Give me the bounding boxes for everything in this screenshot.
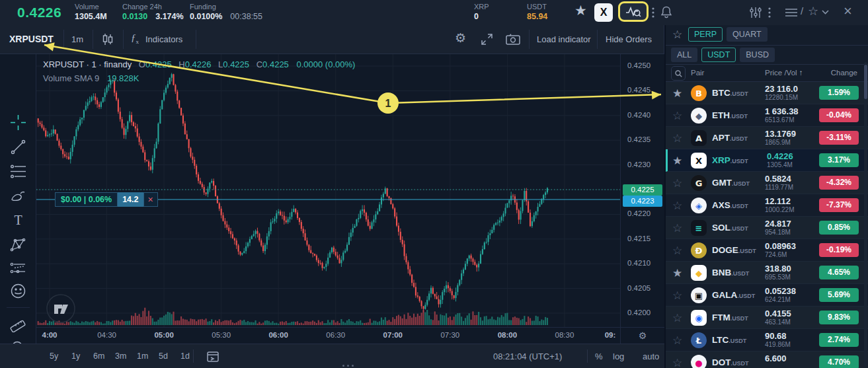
favorite-star-icon[interactable]: ☆ [672,311,682,325]
watchlist-row-gmt[interactable]: ☆GGMT.USDT0.58241119.77M-4.32% [666,172,868,194]
tab-quart[interactable]: QUART [727,27,768,42]
time-tick: 04:30 [97,331,116,339]
price-tick: 0.4220 [627,209,651,217]
interval-button[interactable]: 1m [71,34,83,44]
indicators-button[interactable]: Indicators [145,34,182,44]
favorite-star-icon[interactable]: ☆ [672,356,682,368]
watchlist-row-ltc[interactable]: ☆ŁLTC.USDT90.68419.86M2.74% [666,329,868,351]
ltc-coin-icon: Ł [691,332,707,348]
column-pair[interactable]: Pair [691,69,704,77]
price-tick: 0.4245 [627,86,651,94]
bnb-coin-icon: ◆ [691,265,707,281]
scrollbar-thumb[interactable] [864,65,867,99]
range-button-5y[interactable]: 5y [46,350,61,362]
favorite-star-icon[interactable]: ★ [672,87,682,100]
symbol-button[interactable]: XRPUSDT [9,34,54,44]
scale-option-auto[interactable]: auto [643,351,659,361]
clock-utc[interactable]: 08:21:04 (UTC+1) [493,351,562,361]
pulse-search-icon [625,6,641,18]
favorite-star-icon[interactable]: ☆ [672,221,682,235]
favorites-filter-star-icon[interactable]: ☆ [672,28,682,42]
favorite-star-icon[interactable]: ★ [672,154,682,168]
text-tool-icon[interactable]: T [9,211,27,229]
column-change[interactable]: Change [831,69,857,77]
favorite-star-icon[interactable]: ☆ [672,289,682,303]
brush-tool-icon[interactable] [9,187,27,205]
layout-list-icon[interactable] [785,8,797,17]
change-badge: -0.19% [819,243,859,257]
favorite-star-icon[interactable]: ☆ [672,176,682,190]
tab-perp[interactable]: PERP [688,27,723,42]
range-button-1d[interactable]: 1d [177,350,193,362]
range-button-5d[interactable]: 5d [155,350,171,362]
funding-label: Funding [190,3,262,11]
trend-line-tool-icon[interactable] [9,138,27,156]
tab-all[interactable]: ALL [671,48,697,62]
fib-retracement-tool-icon[interactable] [9,163,27,180]
chevron-down-icon[interactable] [822,10,829,15]
watchlist-row-apt[interactable]: ☆AAPT.USDT13.17691865.9M-3.11% [666,127,868,149]
axis-settings-gear-icon[interactable]: ⚙ [620,327,664,344]
scale-option-%[interactable]: % [595,351,603,361]
time-axis[interactable]: 4:0004:3005:0005:3006:0006:3007:0007:300… [36,327,620,344]
candle-style-icon[interactable] [101,34,114,46]
favorite-star-icon[interactable]: ☆ [672,199,682,213]
favorite-star-icon[interactable]: ☆ [672,334,682,348]
close-icon[interactable]: × [844,3,852,20]
watchlist-row-gala[interactable]: ☆▣GALA.USDT0.05238624.21M5.69% [666,284,868,307]
favorite-star-icon[interactable]: ☆ [672,131,682,145]
go-to-date-icon[interactable] [206,351,219,363]
scale-option-log[interactable]: log [613,351,624,361]
watchlist-row-axs[interactable]: ☆◈AXS.USDT12.1121000.22M-7.37% [666,194,868,217]
load-indicator-button[interactable]: Load indicator [537,34,591,44]
xabcd-pattern-tool-icon[interactable] [9,236,27,254]
tab-busd[interactable]: BUSD [740,48,775,62]
alert-bell-icon[interactable] [660,5,673,19]
price-tick: 0.4240 [627,111,651,119]
scrollbar-track[interactable] [864,62,867,367]
watchlist-row-doge[interactable]: ☆ÐDOGE.USDT0.08963724.6M-0.19% [666,239,868,262]
pair-symbol: SOL.USDT [712,223,748,233]
measure-ruler-tool-icon[interactable] [9,314,27,332]
chart-settings-gear-icon[interactable]: ⚙ [455,30,466,45]
price-axis[interactable]: 0.4225 0.4223 0.42500.42450.42400.42350.… [620,54,664,327]
camera-snapshot-icon[interactable] [506,34,520,45]
watchlist-row-dot[interactable]: ☆●DOT.USDT6.6004.70% [666,351,868,368]
watchlist-row-ftm[interactable]: ☆◉FTM.USDT0.4155463.14M9.83% [666,307,868,329]
more-dots-icon[interactable] [652,7,654,18]
range-button-6m[interactable]: 6m [90,350,108,362]
range-button-3m[interactable]: 3m [112,350,130,362]
watchlist-row-bnb[interactable]: ★◆BNB.USDT318.80695.53M4.65% [666,262,868,284]
xrp-logo-icon[interactable]: X [594,3,613,22]
range-button-1m[interactable]: 1m [134,350,151,362]
watchlist-row-eth[interactable]: ☆◆ETH.USDT1 636.386513.67M-0.04% [666,104,868,127]
hide-orders-button[interactable]: Hide Orders [606,34,652,44]
chart-search-button-highlighted[interactable] [618,1,649,22]
range-button-1y[interactable]: 1y [68,350,83,362]
column-price-vol[interactable]: Price /Vol ↑ [765,69,803,77]
pair-price: 24.817 [765,219,791,229]
favorite-star-icon[interactable]: ☆ [672,109,682,123]
watchlist-star-icon[interactable]: ☆ [808,4,818,18]
fullscreen-icon[interactable] [481,33,493,46]
watchlist-row-sol[interactable]: ☆≡SOL.USDT24.817954.18M0.85% [666,217,868,239]
watchlist-row-btc[interactable]: ★BBTC.USDT23 116.012280.15M1.59% [666,82,868,104]
open-order-tag[interactable]: $0.00 | 0.06% 14.2 × [55,192,158,207]
favorite-star-icon[interactable]: ☆ [672,244,682,258]
pair-price: 13.1769 [765,129,796,139]
emoji-tool-icon[interactable] [9,282,27,300]
forecast-position-tool-icon[interactable] [9,259,27,277]
menu-dots-icon[interactable] [768,7,771,18]
favorite-star-icon[interactable]: ★ [672,266,682,280]
search-icon[interactable] [671,66,686,81]
last-price: 0.4226 [17,5,61,20]
watchlist-row-xrp[interactable]: ★XXRP.USDT0.42261305.4M3.17% [666,149,868,172]
candlestick-chart[interactable]: XRPUSDT · 1 · finandy O0.4225 H0.4226 L0… [36,54,620,327]
favorite-star-icon[interactable]: ★ [574,3,587,18]
crosshair-tool-icon[interactable] [9,114,27,131]
order-cancel-icon[interactable]: × [143,192,158,207]
tab-usdt[interactable]: USDT [701,48,736,62]
settings-sliders-icon[interactable] [749,6,762,19]
volume-stat: Volume 1305.4M [75,3,107,22]
resize-handle-dots[interactable] [342,365,358,367]
